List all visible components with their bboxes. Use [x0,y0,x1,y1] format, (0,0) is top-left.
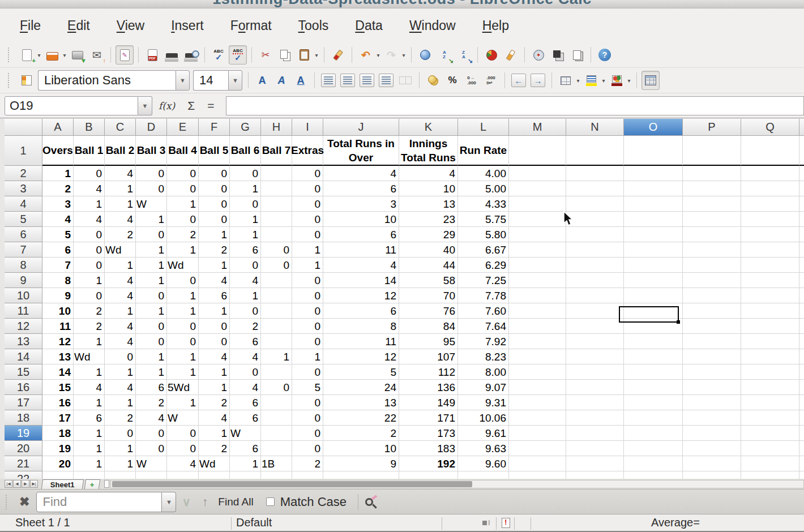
cell[interactable] [799,303,804,319]
cell[interactable]: 0 [292,364,323,380]
cell[interactable] [167,471,199,479]
cell[interactable] [566,395,624,410]
cell[interactable]: 1 [136,258,167,273]
cell[interactable]: 4 [74,212,105,227]
cell[interactable]: 1 [230,181,261,196]
bold-icon[interactable]: A [253,71,271,90]
cell[interactable] [566,181,624,196]
cell[interactable]: 0 [136,227,167,242]
cell[interactable] [261,227,292,242]
cell[interactable] [624,471,683,479]
new-document-icon[interactable]: + [18,45,36,65]
function-wizard-icon[interactable]: f(x) [159,100,175,111]
cell[interactable] [261,288,292,303]
data-sources-icon[interactable] [568,45,586,65]
cell[interactable] [799,471,804,479]
cell[interactable]: 173 [399,426,458,441]
cell[interactable] [624,456,683,471]
open-icon[interactable] [43,45,61,65]
cell[interactable]: 13 [42,349,74,364]
cell[interactable] [683,242,741,258]
cell[interactable]: Wd [199,456,230,471]
row-header-21[interactable]: 21 [5,456,42,471]
header-cell[interactable]: Ball 2 [105,136,136,166]
cell[interactable]: 0 [136,426,167,441]
row-header-5[interactable]: 5 [5,212,42,227]
cell[interactable]: 0 [167,441,199,456]
font-color-icon[interactable] [608,71,626,90]
cell[interactable]: 2 [199,441,230,456]
cell[interactable] [624,334,683,349]
cell[interactable] [799,410,804,426]
cell[interactable] [261,181,292,196]
cell[interactable]: 0 [136,288,167,303]
menu-format[interactable]: Format [222,15,280,37]
cell[interactable]: 2 [292,456,323,471]
cell[interactable]: 4 [399,166,458,181]
insert-table-icon[interactable] [642,71,660,90]
cell[interactable] [105,471,136,479]
menu-view[interactable]: View [108,15,153,37]
column-header-J[interactable]: J [323,119,399,136]
cell[interactable]: 107 [399,349,458,364]
cell[interactable] [42,471,74,479]
cell[interactable] [509,380,566,395]
display-grid-icon[interactable] [549,45,567,65]
cell[interactable] [624,273,683,288]
cell[interactable]: 1 [105,303,136,319]
cell[interactable] [799,426,804,441]
cell[interactable] [509,273,566,288]
redo-dropdown-icon[interactable]: ▾ [401,52,407,58]
cell[interactable]: 10 [399,181,458,196]
cell[interactable]: 1 [230,456,261,471]
close-find-bar-icon[interactable]: ✖ [19,495,29,509]
cell[interactable] [741,196,799,212]
cell[interactable] [799,196,804,212]
column-header-C[interactable]: C [105,119,136,136]
cell[interactable]: 6 [230,410,261,426]
insert-mode-icon[interactable]: I [482,520,493,526]
cell[interactable] [566,334,624,349]
cell[interactable]: 1 [136,242,167,258]
cell[interactable]: 1 [292,258,323,273]
document-modified-icon[interactable] [502,518,510,528]
cell[interactable]: 1 [230,288,261,303]
cell[interactable]: 0 [167,212,199,227]
cell[interactable]: 7.92 [458,334,509,349]
cell[interactable] [624,196,683,212]
cell[interactable]: 4 [105,166,136,181]
cell[interactable]: 4 [74,380,105,395]
export-pdf-icon[interactable]: PDF [143,45,161,65]
cell[interactable]: 4.33 [458,196,509,212]
cell[interactable] [624,181,683,196]
cell[interactable]: 6.29 [458,258,509,273]
cell[interactable]: 7 [42,258,74,273]
sort-ascending-icon[interactable]: A Z↘ [435,45,454,65]
cell[interactable] [261,166,292,181]
cell[interactable] [683,471,741,479]
font-name-dropdown-icon[interactable]: ▼ [176,70,190,91]
sum-icon[interactable]: Σ [187,99,195,113]
new-document-dropdown-icon[interactable]: ▾ [36,52,42,58]
row-header-17[interactable]: 17 [5,395,42,410]
cell[interactable] [741,227,799,242]
cell[interactable]: 1 [136,349,167,364]
cell[interactable] [566,196,624,212]
undo-icon[interactable]: ↶ [357,45,375,65]
cell[interactable]: 0 [230,166,261,181]
scrollbar-splitter[interactable] [104,480,109,488]
cell[interactable]: 6 [230,395,261,410]
print-preview-icon[interactable] [182,45,200,65]
cell[interactable]: 10 [323,212,399,227]
next-sheet-icon[interactable]: ▶ [22,480,29,488]
cell[interactable]: 0 [199,166,230,181]
align-justify-icon[interactable] [377,71,395,90]
header-cell[interactable]: Total Runs in Over [323,136,399,166]
font-size-dropdown-icon[interactable]: ▼ [228,70,242,91]
cell[interactable] [683,303,741,319]
cell[interactable]: 1 [74,273,105,288]
cell[interactable] [624,441,683,456]
cell[interactable] [509,136,566,166]
row-header-19[interactable]: 19 [5,426,42,441]
cell[interactable] [741,288,799,303]
